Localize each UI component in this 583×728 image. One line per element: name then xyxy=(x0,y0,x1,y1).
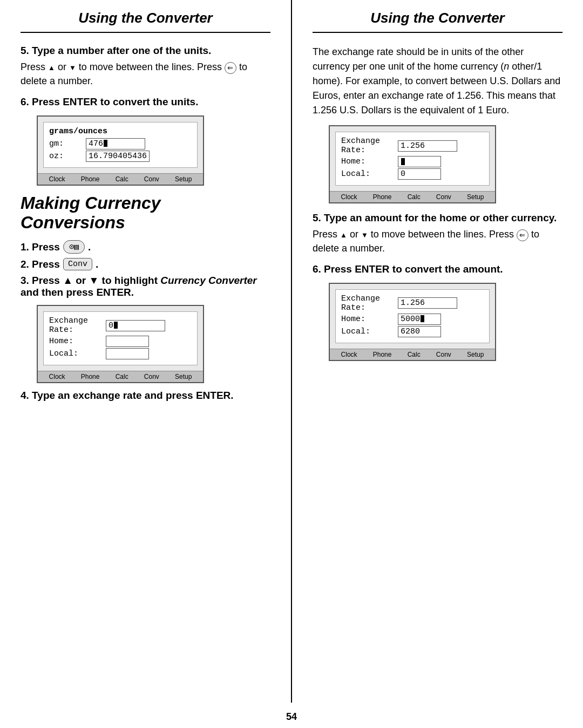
footer-phone-2: Phone xyxy=(81,373,100,380)
step-3-title: 3. Press ▲ or ▼ to highlight Currency Co… xyxy=(21,275,270,298)
screen-1-inner: grams/ounces gm: 476 oz: 16.790405436 xyxy=(43,122,198,168)
step-5-left: 5. Type a number after one of the units.… xyxy=(21,45,270,89)
screen-2-row-home: Home: xyxy=(49,336,192,347)
screen-1-row-oz: oz: 16.790405436 xyxy=(49,151,192,162)
right-column: Using the Converter The exchange rate sh… xyxy=(292,0,583,703)
footer-calc-4: Calc xyxy=(408,351,421,358)
screen-4-label-rate: Exchange Rate: xyxy=(341,294,398,312)
screen-2-label-home: Home: xyxy=(49,337,106,346)
cursor-gm xyxy=(104,140,107,147)
footer-clock-1: Clock xyxy=(49,175,65,183)
step-5-right-title: 5. Type an amount for the home or other … xyxy=(313,212,562,224)
step-5-right-body: Press ▲ or ▼ to move between the lines. … xyxy=(313,227,562,256)
step-5-left-title: 5. Type a number after one of the units. xyxy=(21,45,270,57)
screen-3-value-home xyxy=(398,156,441,167)
screen-2-label-rate: Exchange Rate: xyxy=(49,316,106,335)
footer-conv-2: Conv xyxy=(144,373,159,380)
screen-3-label-rate: Exchange Rate: xyxy=(341,137,398,155)
screen-3-label-home: Home: xyxy=(341,157,398,166)
footer-phone-4: Phone xyxy=(373,351,392,358)
two-column-layout: Using the Converter 5. Type a number aft… xyxy=(0,0,583,703)
left-section-header: Using the Converter xyxy=(21,0,270,33)
footer-clock-2: Clock xyxy=(49,373,65,380)
screen-1-value-oz: 16.790405436 xyxy=(86,151,150,162)
left-column: Using the Converter 5. Type a number aft… xyxy=(0,0,292,703)
footer-setup-3: Setup xyxy=(467,193,484,201)
intro-paragraph: The exchange rate should be in units of … xyxy=(313,45,562,118)
device-screen-4: Exchange Rate: 1.256 Home: 5000 Local: 6… xyxy=(329,283,496,361)
screen-3-row-home: Home: xyxy=(341,156,484,167)
screen-2-value-rate: 0 xyxy=(106,320,165,331)
cursor-home-4 xyxy=(421,315,424,322)
screen-4-label-home: Home: xyxy=(341,315,398,324)
screen-4-row-rate: Exchange Rate: 1.256 xyxy=(341,294,484,312)
footer-calc-3: Calc xyxy=(408,193,421,201)
screen-4-value-rate: 1.256 xyxy=(398,297,457,309)
step-3-italic: Currency Converter xyxy=(160,275,256,286)
right-section-header: Using the Converter xyxy=(313,0,562,33)
screen-1-label-oz: oz: xyxy=(49,152,86,161)
cursor-home-3 xyxy=(401,158,405,165)
screen-2-row-local: Local: xyxy=(49,348,192,359)
step-2-badge: Conv xyxy=(63,258,92,270)
footer-calc-2: Calc xyxy=(116,373,128,380)
making-currency-section: Making CurrencyConversions 1. Press ⊙▤ .… xyxy=(21,193,270,402)
device-screen-3: Exchange Rate: 1.256 Home: Local: 0 Cloc… xyxy=(329,125,496,203)
step-4-title: 4. Type an exchange rate and press ENTER… xyxy=(21,390,270,402)
right-header-title: Using the Converter xyxy=(313,10,562,26)
screen-1-title: grams/ounces xyxy=(49,127,192,136)
footer-calc-1: Calc xyxy=(116,175,128,183)
step-1-label: 1. Press xyxy=(21,241,60,253)
screen-3-row-local: Local: 0 xyxy=(341,168,484,180)
making-currency-title: Making CurrencyConversions xyxy=(21,193,270,233)
page: Using the Converter 5. Type a number aft… xyxy=(0,0,583,728)
backspace-icon-r: ⇐ xyxy=(517,229,528,241)
screen-1-value-gm: 476 xyxy=(86,138,145,149)
backspace-icon: ⇐ xyxy=(225,62,236,74)
left-header-title: Using the Converter xyxy=(21,10,270,26)
step-1-badge: ⊙▤ xyxy=(63,240,85,254)
device-screen-1: grams/ounces gm: 476 oz: 16.790405436 Cl… xyxy=(37,115,204,186)
screen-2-footer: Clock Phone Calc Conv Setup xyxy=(38,371,203,382)
step-6-right-title: 6. Press ENTER to convert the amount. xyxy=(313,263,562,275)
screen-3-inner: Exchange Rate: 1.256 Home: Local: 0 xyxy=(335,132,490,186)
cursor-rate-2 xyxy=(114,322,118,329)
screen-4-footer: Clock Phone Calc Conv Setup xyxy=(330,349,495,360)
screen-4-value-local: 6280 xyxy=(398,326,441,337)
screen-2-row-rate: Exchange Rate: 0 xyxy=(49,316,192,335)
step-6-left-title: 6. Press ENTER to convert the units. xyxy=(21,96,270,108)
screen-3-row-rate: Exchange Rate: 1.256 xyxy=(341,137,484,155)
step-2-press: 2. Press Conv . xyxy=(21,258,270,270)
footer-clock-4: Clock xyxy=(341,351,357,358)
screen-1-footer: Clock Phone Calc Conv Setup xyxy=(38,173,203,185)
screen-2-inner: Exchange Rate: 0 Home: Local: xyxy=(43,311,198,365)
step-4: 4. Type an exchange rate and press ENTER… xyxy=(21,390,270,402)
footer-setup-2: Setup xyxy=(175,373,192,380)
screen-1-row-gm: gm: 476 xyxy=(49,138,192,149)
screen-1-label-gm: gm: xyxy=(49,139,86,148)
footer-setup-1: Setup xyxy=(175,175,192,183)
step-6-left: 6. Press ENTER to convert the units. xyxy=(21,96,270,108)
triangle-down-icon: ▼ xyxy=(69,63,76,73)
step-2-label: 2. Press xyxy=(21,258,60,270)
screen-4-value-home: 5000 xyxy=(398,314,441,325)
device-screen-2: Exchange Rate: 0 Home: Local: xyxy=(37,305,204,383)
screen-3-label-local: Local: xyxy=(341,169,398,179)
step-1-press: 1. Press ⊙▤ . xyxy=(21,240,270,254)
footer-phone-3: Phone xyxy=(373,193,392,201)
footer-conv-1: Conv xyxy=(144,175,159,183)
screen-4-row-home: Home: 5000 xyxy=(341,314,484,325)
screen-3-value-local: 0 xyxy=(398,168,441,180)
triangle-up-icon: ▲ xyxy=(48,63,55,73)
step-5-right: 5. Type an amount for the home or other … xyxy=(313,212,562,256)
footer-clock-3: Clock xyxy=(341,193,357,201)
screen-4-label-local: Local: xyxy=(341,327,398,336)
triangle-up-icon-r: ▲ xyxy=(340,230,347,241)
screen-2-value-home xyxy=(106,336,149,347)
footer-phone-1: Phone xyxy=(81,175,100,183)
screen-2-label-local: Local: xyxy=(49,349,106,358)
screen-3-footer: Clock Phone Calc Conv Setup xyxy=(330,191,495,202)
step-5-left-body: Press ▲ or ▼ to move between the lines. … xyxy=(21,60,270,89)
screen-3-value-rate: 1.256 xyxy=(398,140,457,152)
screen-4-inner: Exchange Rate: 1.256 Home: 5000 Local: 6… xyxy=(335,289,490,343)
